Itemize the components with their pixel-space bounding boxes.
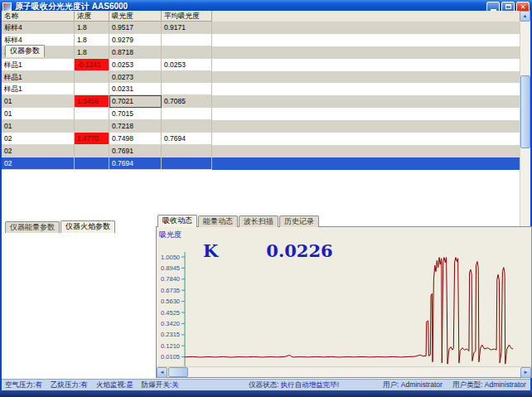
svg-text:0.0105: 0.0105 [161,353,180,361]
tab-absorbance-dynamic[interactable]: 吸收动态 [157,215,197,227]
column-header: 平均吸光度 [162,11,212,22]
table-row[interactable]: 020.7694 [2,157,520,170]
svg-text:0.8945: 0.8945 [161,264,180,272]
svg-text:0.5630: 0.5630 [161,298,180,305]
table-row[interactable]: 021.47700.74980.7694 [2,133,520,145]
cell-avg [162,34,212,46]
table-row[interactable]: 样品10.0273 [2,71,520,84]
cell-name: 02 [2,157,75,170]
status-item-3: 火焰监视:是 [96,380,133,391]
cell-avg: 0.0253 [162,59,212,71]
cell-abs: 0.7498 [109,133,162,145]
user-type-value: Administrator [485,380,526,389]
status-item-label: 防爆开关: [142,380,172,389]
cell-abs: 0.7691 [109,145,162,157]
cell-conc: -0.1241 [75,59,109,71]
cell-abs: 0.7218 [109,120,162,133]
cell-name: 样品1 [2,59,75,71]
table-scrollbar-thumb[interactable] [520,75,530,148]
cell-name: 标样4 [2,22,75,34]
cell-abs: 0.7021 [109,95,162,108]
cell-name: 02 [2,145,75,157]
svg-text:1.0050: 1.0050 [161,254,180,261]
status-item-value: 关 [172,380,179,389]
tab-instrument-params[interactable]: 仪器参数 [5,45,45,57]
cell-avg: 0.7694 [162,133,212,145]
tab-wavelength-scan[interactable]: 波长扫描 [239,215,278,227]
cell-conc: 1.4770 [75,133,109,145]
table-row[interactable]: 011.34560.70210.7085 [2,95,520,108]
scroll-right-icon[interactable]: ► [520,367,531,378]
status-item-value: 有 [35,380,42,389]
status-item-2: 乙炔压力:有 [51,380,88,391]
tab-energy-dynamic[interactable]: 能量动态 [198,215,238,227]
tab-history[interactable]: 历史记录 [279,215,319,227]
instrument-status-value: 执行自动增益完毕! [281,380,339,389]
svg-text:0.2315: 0.2315 [161,331,180,338]
table-row[interactable]: 020.7691 [2,145,520,157]
cell-conc [75,83,109,95]
cell-conc [75,108,109,120]
cell-avg [162,46,212,59]
dynamic-chart-panel: 吸收动态能量动态波长扫描历史记录 吸光度 K 0.0226 1.00500.89… [156,215,532,378]
svg-text:0.1210: 0.1210 [161,342,180,350]
cell-avg [162,120,212,133]
cell-name: 样品1 [2,71,75,84]
table-header-row: 名称浓度吸光度平均吸光度 [2,11,520,22]
cell-avg [162,83,212,95]
cell-avg [162,71,212,84]
chart-scrollbar[interactable]: ◄ ► [157,366,531,377]
status-item-1: 空气压力:有 [5,380,42,391]
cell-name: 01 [2,108,75,120]
status-item-label: 火焰监视: [96,380,126,389]
svg-text:0.7840: 0.7840 [161,275,180,283]
cell-conc [75,145,109,157]
tab-flame-params[interactable]: 仪器火焰参数 [60,220,115,233]
scroll-left-icon[interactable]: ◄ [157,367,167,378]
status-item-value: 有 [80,380,88,389]
table-row[interactable]: 样品1-0.12410.02530.0253 [2,59,520,71]
cell-conc [75,71,109,84]
scroll-up-icon[interactable]: ▲ [520,11,530,22]
cell-abs: 0.7694 [109,157,162,170]
table-row[interactable]: 010.7015 [2,108,520,120]
column-header: 名称 [2,11,75,22]
svg-text:0.3420: 0.3420 [161,320,180,327]
cell-abs: 0.7015 [109,108,162,120]
svg-text:0.4525: 0.4525 [161,309,180,317]
status-bar: 空气压力:有乙炔压力:有火焰监视:是防爆开关:关 仪器状态: 执行自动增益完毕!… [2,379,530,390]
cell-abs: 0.0231 [109,83,162,95]
status-item-value: 是 [126,380,133,389]
user-type-label: 用户类型: [452,380,482,389]
column-header: 浓度 [75,11,109,22]
user-label: 用户: [383,380,399,389]
window-bottom-edge [0,390,532,397]
dynamic-chart-body: 吸光度 K 0.0226 1.00500.89450.78400.67350.5… [156,226,532,378]
cell-conc [75,157,109,170]
cell-abs: 0.9517 [109,22,162,34]
tab-energy-params[interactable]: 仪器能量参数 [5,221,60,233]
chart-scrollbar-thumb[interactable] [168,367,188,377]
table-row[interactable]: 010.7218 [2,120,520,133]
svg-text:0.6735: 0.6735 [161,287,180,294]
cell-name: 01 [2,95,75,108]
cell-name: 样品1 [2,83,75,95]
cell-abs: 0.0273 [109,71,162,84]
status-item-4: 防爆开关:关 [142,380,179,391]
cell-avg [162,145,212,157]
status-item-label: 乙炔压力: [51,380,80,389]
status-item-label: 空气压力: [5,380,35,389]
app-window: 原子吸收分光光度计 AAS6000 ✕ 文件分析设置仪器控制管理员功能用户管理语… [0,0,532,397]
user-value: Administrator [401,380,443,389]
cell-abs: 0.0253 [109,59,162,71]
cell-name: 01 [2,120,75,133]
table-row[interactable]: 标样41.80.95170.9171 [2,22,520,34]
cell-name: 02 [2,133,75,145]
cell-avg [162,157,212,170]
column-header: 吸光度 [109,11,162,22]
cell-avg: 0.9171 [162,22,212,34]
table-row[interactable]: 样品10.0231 [2,83,520,95]
cell-avg: 0.7085 [162,95,212,108]
app-icon [2,2,12,12]
cell-conc: 1.8 [75,22,109,34]
